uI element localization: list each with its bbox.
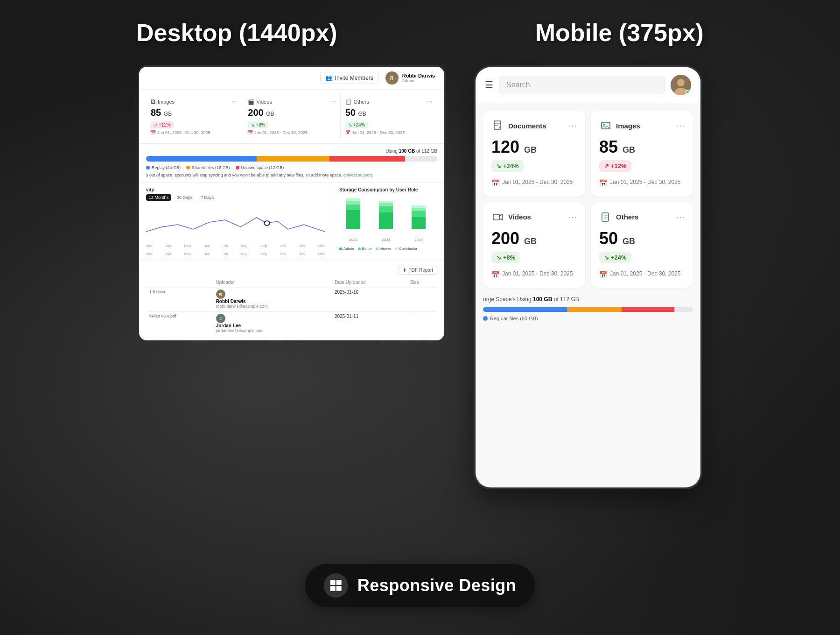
svg-rect-11: [412, 208, 426, 211]
svg-rect-10: [412, 211, 426, 217]
toast-icon: [324, 573, 348, 598]
images-menu[interactable]: ⋯: [676, 120, 685, 131]
mobile-header: ☰ Search: [476, 67, 700, 103]
images-icon: 🖼: [151, 99, 156, 105]
documents-menu[interactable]: ⋯: [568, 120, 577, 131]
tab-30days[interactable]: 30 Days: [174, 194, 195, 201]
search-bar-mobile[interactable]: Search: [499, 76, 665, 94]
svg-rect-5: [379, 212, 393, 229]
videos-icon: [491, 211, 504, 224]
images-card-mobile: Images ⋯ 85 GB ↗+12% 📅 Jan 01, 2025 - De…: [591, 111, 693, 197]
svg-rect-3: [346, 201, 360, 205]
documents-icon: [491, 119, 504, 132]
desktop-header: 👥 Invite Members R Robbi Darwis Admin: [139, 67, 444, 90]
svg-rect-7: [379, 203, 393, 206]
svg-rect-22: [493, 214, 500, 220]
others-icon: 📋: [345, 99, 352, 105]
others-card-mobile: Others ⋯ 50 GB ↘+24% 📅 Jan 01, 2025 - De…: [591, 202, 693, 288]
calendar-icon-2: 📅: [248, 130, 253, 135]
calendar-icon: 📅: [491, 270, 499, 280]
storage-cards-desktop: 🖼 Images ⋯ 85 GB ↗+12% 📅 Jan 01, 2025 - …: [139, 90, 444, 144]
svg-text:2023: 2023: [349, 238, 357, 242]
others-menu[interactable]: ⋯: [426, 98, 433, 106]
others-badge: ↘+24%: [599, 252, 631, 263]
hamburger-icon[interactable]: ☰: [485, 79, 493, 91]
calendar-icon: 📅: [151, 130, 156, 135]
avatar: R: [385, 71, 399, 85]
storage-bar-desktop: Using 100 GB of 112 GB Replay (24 GB) Sh…: [139, 144, 444, 183]
mobile-bottom-section: orge Space's Using 100 GB of 112 GB Regu…: [476, 295, 700, 329]
charts-section: vity 12 Months 30 Days 7 Days MarAprMayJ…: [139, 183, 444, 261]
documents-card-mobile: Documents ⋯ 120 GB ↘+24% 📅 Jan 01, 2025 …: [483, 111, 585, 197]
svg-rect-25: [336, 580, 342, 585]
mobile-label: Mobile (375px): [535, 19, 704, 47]
images-icon: [599, 119, 612, 132]
table-row: 1.0.docx R Robbi Darwis robbi.darwis@exa…: [147, 287, 436, 310]
videos-menu[interactable]: ⋯: [568, 212, 577, 222]
images-card-desktop: 🖼 Images ⋯ 85 GB ↗+12% 📅 Jan 01, 2025 - …: [146, 94, 243, 139]
svg-rect-12: [412, 205, 426, 208]
svg-text:2025: 2025: [414, 238, 423, 242]
svg-rect-8: [379, 201, 393, 203]
svg-point-0: [264, 221, 269, 226]
svg-rect-2: [346, 205, 360, 210]
videos-card-mobile: Videos ⋯ 200 GB ↘+8% 📅 Jan 01, 2025 - De…: [483, 202, 585, 288]
people-icon: 👥: [325, 75, 332, 81]
videos-card-desktop: 🎬 Videos ⋯ 200 GB ↘+8% 📅 Jan 01, 2025 - …: [243, 94, 340, 139]
documents-badge: ↘+24%: [491, 160, 524, 172]
tab-7days[interactable]: 7 Days: [198, 194, 217, 201]
svg-rect-9: [412, 217, 426, 229]
svg-rect-26: [330, 586, 336, 591]
svg-rect-4: [346, 198, 360, 201]
others-menu[interactable]: ⋯: [676, 212, 685, 222]
svg-rect-19: [494, 121, 501, 129]
responsive-design-toast: Responsive Design: [305, 564, 535, 607]
desktop-label: Desktop (1440px): [136, 19, 337, 47]
svg-rect-1: [346, 210, 360, 229]
videos-icon: 🎬: [248, 99, 254, 105]
images-badge: ↗+12%: [151, 121, 174, 128]
avatar-robbi: R: [216, 289, 225, 299]
bar-chart-section: Storage Consumption by User Role: [332, 183, 444, 261]
download-icon: ⬇: [403, 268, 406, 273]
images-badge: ↗+12%: [599, 160, 631, 172]
svg-rect-6: [379, 206, 393, 212]
calendar-icon: 📅: [599, 270, 607, 280]
mobile-screen: ☰ Search: [474, 65, 702, 489]
others-icon: [599, 211, 612, 224]
pdf-report-button[interactable]: ⬇ PDF Report: [399, 266, 437, 275]
activity-chart: vity 12 Months 30 Days 7 Days MarAprMayJ…: [139, 183, 332, 261]
images-menu[interactable]: ⋯: [231, 98, 238, 106]
mobile-cards-grid: Documents ⋯ 120 GB ↘+24% 📅 Jan 01, 2025 …: [476, 103, 700, 295]
svg-text:2024: 2024: [382, 238, 390, 242]
user-info: R Robbi Darwis Admin: [385, 71, 435, 85]
toast-text: Responsive Design: [357, 576, 517, 595]
others-card-desktop: 📋 Others ⋯ 50 GB ↘+24% 📅 Jan 01, 2025 - …: [341, 94, 437, 139]
files-table: Uploader Date Uploaded Size 1.0.docx R R…: [146, 277, 437, 336]
svg-rect-27: [336, 586, 342, 591]
calendar-icon: 📅: [599, 179, 607, 188]
user-avatar-mobile: [671, 75, 691, 95]
avatar-jordan: J: [216, 314, 225, 323]
videos-menu[interactable]: ⋯: [329, 98, 336, 106]
invite-members-button[interactable]: 👥 Invite Members: [320, 72, 378, 84]
table-row: hPlan v3.4.pdf J Jordan Lee jordan.lee@e…: [147, 311, 436, 335]
videos-badge: ↘+8%: [248, 121, 268, 128]
videos-badge: ↘+8%: [491, 252, 520, 263]
calendar-icon-3: 📅: [345, 130, 350, 135]
others-badge: ↘+24%: [345, 121, 368, 128]
desktop-screen: 👥 Invite Members R Robbi Darwis Admin: [138, 65, 446, 342]
table-section: ⬇ PDF Report Uploader Date Uploaded Size: [139, 261, 444, 340]
tab-12months[interactable]: 12 Months: [146, 194, 171, 201]
calendar-icon: 📅: [491, 179, 499, 188]
svg-point-17: [677, 79, 685, 86]
svg-rect-24: [330, 580, 336, 585]
